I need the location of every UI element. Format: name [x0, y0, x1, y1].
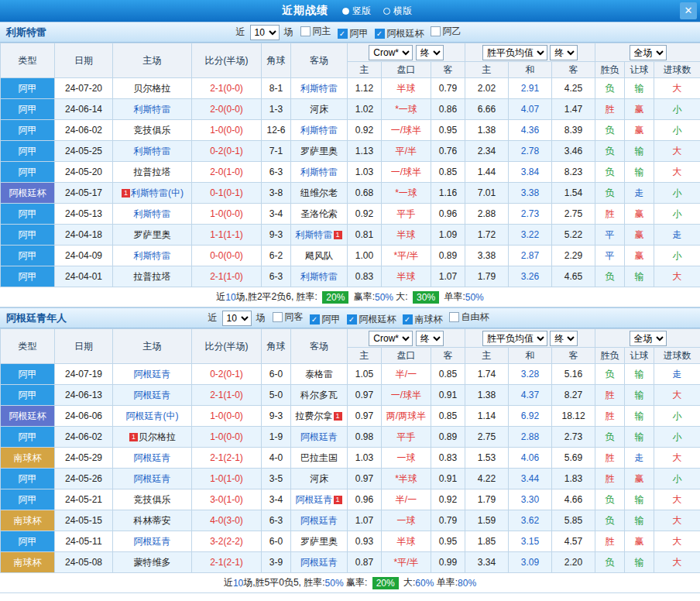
- topbar: 近期战绩 竖版横版 ✕: [0, 0, 700, 22]
- result-goals: 大: [654, 141, 700, 162]
- footer-stat-text: 50%: [325, 578, 344, 589]
- avg-away: 2.75: [552, 204, 595, 225]
- avg-home: 1.38: [465, 120, 509, 141]
- odds-company-select[interactable]: Crow*: [369, 331, 413, 346]
- col-header-home: 主场: [113, 43, 192, 78]
- score-cell: 2-1(2-1): [192, 552, 262, 573]
- avg-home: 1.79: [465, 489, 509, 510]
- match-date: 24-04-09: [55, 246, 113, 266]
- corner-cell: 6-3: [262, 162, 291, 183]
- filter-checkbox[interactable]: 同客: [273, 311, 304, 324]
- odds-home: 0.92: [348, 204, 382, 225]
- corner-cell: 1-3: [262, 99, 291, 120]
- footer-stat-text: 近: [224, 576, 233, 589]
- team-name: 竞技俱乐: [134, 125, 171, 136]
- sub-header-avg-away: 客: [552, 348, 595, 364]
- checkbox-label: 阿根廷杯: [387, 27, 424, 40]
- avg-type-select[interactable]: 胜平负均值: [482, 331, 547, 346]
- home-team-cell: 蒙特维多: [113, 552, 192, 573]
- league-type-badge: 阿根廷杯: [1, 183, 55, 204]
- result-goals: 大: [654, 385, 700, 406]
- radio-label: 竖版: [352, 5, 371, 18]
- away-team-cell: 纽维尔老: [291, 183, 348, 204]
- odds-away: 0.89: [431, 246, 465, 266]
- orientation-radio[interactable]: 横版: [383, 5, 412, 18]
- result-handicap: 赢: [625, 225, 654, 246]
- avg-draw: 3.15: [509, 531, 552, 552]
- footer-stat-text: 单率:: [441, 290, 465, 304]
- filter-checkbox[interactable]: ✓阿根廷杯: [347, 313, 396, 326]
- handicap: *一球: [382, 99, 431, 120]
- odds-away: 0.76: [431, 141, 465, 162]
- result-handicap: 赢: [625, 99, 654, 120]
- filter-checkbox[interactable]: 同主: [300, 25, 331, 38]
- sub-header-avg-away: 客: [552, 62, 595, 78]
- scope-select[interactable]: 全场: [630, 331, 667, 346]
- checkbox-icon: ✓: [403, 314, 413, 325]
- filter-checkbox[interactable]: 阿乙: [431, 25, 462, 38]
- team-name: 利斯特雷: [300, 167, 338, 177]
- away-team-cell: 罗萨里奥: [291, 141, 348, 162]
- recent-count-select[interactable]: 10: [222, 311, 252, 326]
- league-type-badge: 阿甲: [1, 364, 55, 385]
- filter-checkbox[interactable]: ✓阿甲: [338, 27, 369, 40]
- corner-cell: 3-4: [262, 489, 291, 510]
- home-team-cell: 阿根廷青: [113, 448, 192, 469]
- odds-away: 0.95: [431, 531, 465, 552]
- result-handicap: 走: [625, 448, 654, 469]
- odds-period-select[interactable]: 终: [416, 331, 444, 346]
- col-header-score: 比分(半场): [192, 43, 262, 78]
- result-wdl: 负: [595, 78, 625, 99]
- scope-select[interactable]: 全场: [630, 45, 667, 60]
- result-goals: 小: [654, 469, 700, 489]
- score-cell: 3-0(1-0): [192, 489, 262, 510]
- filter-checkbox[interactable]: ✓南球杯: [403, 313, 443, 326]
- result-goals: 小: [654, 406, 700, 427]
- avg-away: 8.23: [552, 162, 595, 183]
- avg-away: 8.39: [552, 120, 595, 141]
- match-row: 南球杯24-05-08蒙特维多2-1(2-1)3-9阿根廷青0.87*平/半0.…: [1, 552, 700, 573]
- team-name: 蒙特维多: [134, 557, 171, 568]
- avg-period-select[interactable]: 终: [550, 331, 578, 346]
- score-cell: 2-0(0-0): [192, 99, 262, 120]
- avg-type-select[interactable]: 胜平负均值: [482, 45, 547, 60]
- filter-checkbox[interactable]: ✓阿根廷杯: [375, 27, 424, 40]
- odds-period-select[interactable]: 终: [416, 45, 444, 60]
- checkbox-label: 阿甲: [322, 313, 341, 326]
- avg-home: 2.02: [465, 78, 509, 99]
- recent-count-select[interactable]: 10: [250, 25, 280, 40]
- league-type-badge: 阿甲: [1, 469, 55, 489]
- away-team-cell: 利斯特雷: [291, 266, 348, 287]
- corner-cell: 3-4: [262, 204, 291, 225]
- odds-home: 0.98: [348, 427, 382, 448]
- home-team-cell: 拉普拉塔: [113, 162, 192, 183]
- sub-header-odds-away: 客: [431, 348, 465, 364]
- filter-checkbox[interactable]: 自由杯: [449, 311, 489, 324]
- home-team-cell: 罗萨里奥: [113, 225, 192, 246]
- orientation-radio[interactable]: 竖版: [342, 5, 371, 18]
- home-team-cell: 阿根廷青: [113, 531, 192, 552]
- league-type-badge: 阿甲: [1, 246, 55, 266]
- result-goals: 小: [654, 120, 700, 141]
- stats-footer: 近10场,胜2平2负6, 胜率: 20% 赢率:50% 大: 30% 单率:50…: [0, 287, 700, 307]
- odds-away: 0.91: [431, 385, 465, 406]
- checkbox-label: 阿根廷杯: [359, 313, 396, 326]
- corner-cell: 6-0: [262, 531, 291, 552]
- avg-draw: 4.36: [509, 120, 552, 141]
- odds-away: 0.85: [431, 364, 465, 385]
- odds-header-group: Crow* 终: [348, 43, 465, 62]
- result-handicap: 输: [625, 489, 654, 510]
- away-team-cell: 利斯特雷: [291, 78, 348, 99]
- match-row: 阿根廷杯24-06-06阿根廷青(中)1-0(0-0)9-3拉费尔拿10.97两…: [1, 406, 700, 427]
- team-name: 巴拉圭国: [300, 452, 338, 463]
- avg-period-select[interactable]: 终: [550, 45, 578, 60]
- away-team-cell: 阿根廷青: [291, 510, 348, 531]
- close-button[interactable]: ✕: [680, 2, 697, 19]
- checkbox-label: 南球杯: [415, 313, 443, 326]
- odds-company-select[interactable]: Crow*: [369, 45, 413, 60]
- filter-checkbox[interactable]: ✓阿甲: [310, 313, 341, 326]
- match-date: 24-05-13: [55, 204, 113, 225]
- avg-draw: 3.28: [509, 364, 552, 385]
- match-date: 24-05-08: [55, 552, 113, 573]
- away-team-cell: 科尔多瓦: [291, 385, 348, 406]
